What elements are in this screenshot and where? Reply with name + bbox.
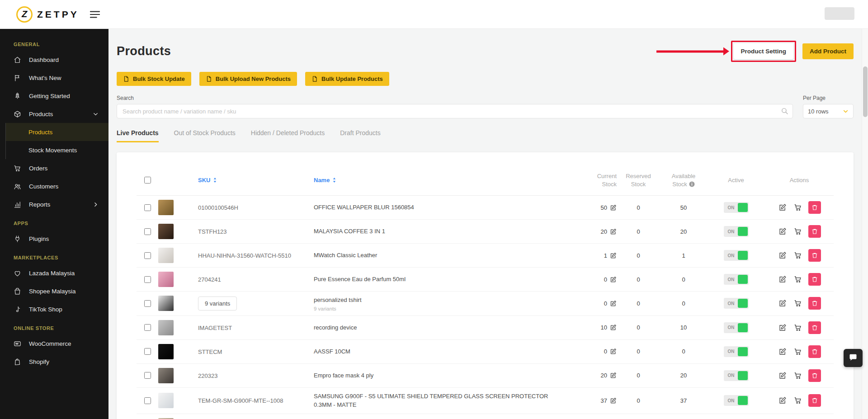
active-toggle[interactable]: ON — [724, 226, 749, 237]
sidebar-item-tiktok[interactable]: TikTok Shop — [0, 300, 108, 318]
sidebar-subitem-stock-movements[interactable]: Stock Movements — [6, 141, 108, 159]
row-checkbox[interactable] — [144, 228, 151, 235]
row-checkbox[interactable] — [144, 348, 151, 355]
cart-action-button[interactable] — [793, 226, 803, 236]
tab-draft-products[interactable]: Draft Products — [340, 129, 380, 142]
sidebar-item-reports[interactable]: Reports — [0, 195, 108, 213]
sidebar-item-plugins[interactable]: Plugins — [0, 230, 108, 248]
row-checkbox[interactable] — [144, 324, 151, 331]
reserved-stock-value: 0 — [617, 276, 660, 283]
product-thumbnail — [158, 248, 174, 263]
edit-stock-icon[interactable] — [610, 228, 617, 235]
edit-stock-icon[interactable] — [610, 348, 617, 355]
tab-live-products[interactable]: Live Products — [117, 129, 159, 142]
delete-product-button[interactable] — [808, 225, 821, 238]
sku-column-header[interactable]: SKU — [198, 177, 314, 184]
edit-product-button[interactable] — [778, 202, 788, 212]
row-checkbox[interactable] — [144, 300, 151, 307]
edit-stock-icon[interactable] — [610, 252, 617, 259]
edit-stock-icon[interactable] — [610, 204, 617, 211]
sidebar-item-lazada[interactable]: Lazada Malaysia — [0, 264, 108, 282]
active-toggle[interactable]: ON — [724, 298, 749, 309]
bulk-update-products-button[interactable]: Bulk Update Products — [305, 72, 389, 86]
delete-product-button[interactable] — [808, 369, 821, 382]
name-column-header[interactable]: Name — [314, 177, 569, 184]
delete-product-button[interactable] — [808, 321, 821, 334]
edit-stock-icon[interactable] — [610, 372, 617, 379]
row-checkbox[interactable] — [144, 276, 151, 283]
sidebar-item-products[interactable]: Products — [0, 105, 108, 123]
reserved-stock-column-header: Reserved Stock — [617, 172, 660, 188]
active-toggle[interactable]: ON — [724, 346, 749, 357]
edit-product-button[interactable] — [778, 371, 788, 381]
chat-widget-button[interactable] — [844, 349, 863, 367]
delete-product-button[interactable] — [808, 345, 821, 358]
product-name: Empro face mask 4 ply — [314, 371, 569, 380]
cart-action-button[interactable] — [793, 371, 803, 381]
table-row: IMAGETEST recording device 10 0 10 — [137, 316, 834, 340]
edit-product-button[interactable] — [778, 395, 788, 405]
active-toggle[interactable]: ON — [724, 202, 749, 213]
edit-product-button[interactable] — [778, 250, 788, 260]
bulk-upload-new-products-button[interactable]: Bulk Upload New Products — [199, 72, 297, 86]
edit-product-button[interactable] — [778, 347, 788, 357]
search-icon[interactable] — [781, 107, 788, 115]
edit-stock-icon[interactable] — [610, 276, 617, 283]
active-toggle[interactable]: ON — [724, 250, 749, 261]
header-placeholder-button[interactable] — [825, 7, 854, 20]
tab-out-of-stock-products[interactable]: Out of Stock Products — [174, 129, 236, 142]
cart-action-button[interactable] — [793, 323, 803, 333]
cart-action-button[interactable] — [793, 202, 803, 212]
home-icon — [14, 56, 23, 64]
delete-product-button[interactable] — [808, 297, 821, 310]
sidebar-item-woocommerce[interactable]: WooCommerce — [0, 334, 108, 353]
sidebar-item-dashboard[interactable]: Dashboard — [0, 51, 108, 69]
search-input[interactable] — [117, 104, 793, 118]
sidebar-item-shopee[interactable]: Shopee Malaysia — [0, 282, 108, 300]
sidebar-item-orders[interactable]: Orders — [0, 159, 108, 177]
delete-product-button[interactable] — [808, 273, 821, 286]
row-checkbox[interactable] — [144, 252, 151, 259]
info-icon[interactable] — [689, 181, 695, 187]
hamburger-menu-icon[interactable] — [90, 10, 100, 19]
per-page-select[interactable]: 10 rows — [803, 104, 854, 118]
sort-icon — [332, 177, 337, 183]
file-icon — [206, 75, 212, 82]
delete-product-button[interactable] — [808, 201, 821, 214]
row-checkbox[interactable] — [144, 204, 151, 211]
tab-hidden-deleted-products[interactable]: Hidden / Deleted Products — [251, 129, 325, 142]
scrollbar-thumb[interactable] — [863, 66, 868, 117]
sidebar-item-getting-started[interactable]: Getting Started — [0, 87, 108, 105]
product-setting-button[interactable]: Product Setting — [734, 43, 794, 59]
edit-stock-icon[interactable] — [610, 397, 617, 404]
bulk-stock-update-button[interactable]: Bulk Stock Update — [117, 72, 191, 86]
active-toggle[interactable]: ON — [724, 395, 749, 406]
cart-action-button[interactable] — [793, 347, 803, 357]
active-toggle[interactable]: ON — [724, 322, 749, 333]
chat-bubble-icon — [849, 353, 858, 363]
sidebar-item-shopify[interactable]: Shopify — [0, 353, 108, 371]
cart-action-button[interactable] — [793, 274, 803, 284]
edit-stock-icon[interactable] — [610, 300, 617, 307]
edit-product-button[interactable] — [778, 274, 788, 284]
row-checkbox[interactable] — [144, 397, 151, 404]
edit-product-button[interactable] — [778, 226, 788, 236]
edit-product-button[interactable] — [778, 298, 788, 308]
cart-action-button[interactable] — [793, 395, 803, 405]
sidebar-subitem-products[interactable]: Products — [6, 123, 108, 141]
active-toggle[interactable]: ON — [724, 370, 749, 381]
delete-product-button[interactable] — [808, 249, 821, 262]
sidebar-item-customers[interactable]: Customers — [0, 177, 108, 195]
cart-action-button[interactable] — [793, 298, 803, 308]
active-toggle[interactable]: ON — [724, 274, 749, 285]
sidebar-item-whats-new[interactable]: What's New — [0, 69, 108, 87]
add-product-button[interactable]: Add Product — [802, 43, 854, 59]
table-row: TEM-GR-SM-G900F-MTE--1008 SAMSUNG G900F … — [137, 388, 834, 414]
edit-product-button[interactable] — [778, 323, 788, 333]
delete-product-button[interactable] — [808, 394, 821, 407]
edit-stock-icon[interactable] — [610, 324, 617, 331]
select-all-checkbox[interactable] — [144, 177, 151, 184]
variants-button[interactable]: 9 variants — [198, 297, 237, 311]
cart-action-button[interactable] — [793, 250, 803, 260]
row-checkbox[interactable] — [144, 372, 151, 379]
